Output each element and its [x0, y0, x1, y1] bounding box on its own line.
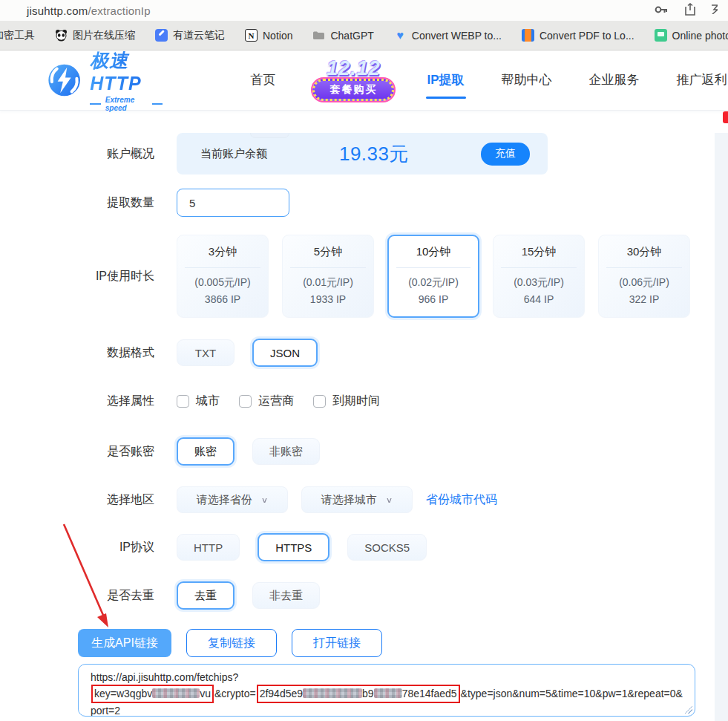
nav-help-center[interactable]: 帮助中心 [502, 71, 552, 88]
format-option-txt[interactable]: TXT [177, 339, 235, 366]
checkbox-icon [177, 395, 189, 408]
pdf-icon [522, 29, 534, 42]
lightning-logo-icon [47, 59, 81, 101]
bookmark-label: Convert WEBP to... [412, 30, 502, 42]
quantity-input[interactable] [177, 189, 289, 217]
main-nav: 首页 12.12 套餐购买 IP提取 帮助中心 企业服务 推广返利 [250, 59, 728, 101]
recharge-button[interactable]: 充值 [481, 143, 530, 166]
panda-icon [55, 29, 68, 42]
resize-handle-icon[interactable] [684, 705, 692, 714]
duration-label: IP使用时长 [56, 269, 154, 284]
format-option-json-selected[interactable]: JSON [252, 339, 318, 367]
key-icon[interactable] [655, 4, 669, 17]
bookmark-item[interactable]: Convert PDF to Lo... [522, 29, 634, 42]
chevron-down-icon: ∨ [261, 495, 269, 504]
duration-option-30min[interactable]: 30分钟 (0.06元/IP) 322 IP [598, 235, 690, 318]
nav-ip-extract[interactable]: IP提取 [427, 71, 464, 88]
bookmark-label: 有道云笔记 [173, 29, 225, 42]
bookmark-item[interactable]: Online photo meta... [655, 29, 728, 42]
notion-icon: N [245, 29, 258, 42]
copy-link-button[interactable]: 复制链接 [186, 629, 277, 657]
protocol-option-http[interactable]: HTTP [177, 534, 240, 561]
dedupe-label: 是否去重 [56, 588, 154, 604]
extraction-form: 账户概况 当前账户余额 19.33元 充值 提取数量 IP使用时长 3分钟 [0, 133, 728, 721]
protocol-option-socks5[interactable]: SOCKS5 [347, 534, 427, 561]
nav-red-badge [723, 111, 728, 123]
bookmark-label: Convert PDF to Lo... [540, 30, 634, 42]
url-host: jisuhttp.com [27, 4, 88, 17]
folder-icon [312, 29, 325, 42]
browser-url-bar[interactable]: jisuhttp.com/extractionIp [0, 0, 728, 21]
photo-icon [655, 29, 667, 42]
site-header: 极速HTTP Extreme speed 首页 12.12 套餐购买 IP提取 … [0, 50, 728, 111]
bookmark-label: Online photo meta... [672, 30, 728, 42]
account-label: 账户概况 [56, 146, 154, 162]
region-label: 选择地区 [56, 492, 154, 508]
pixelated-redaction [152, 688, 200, 698]
pixelated-redaction [303, 688, 362, 698]
protocol-option-https-selected[interactable]: HTTPS [258, 533, 329, 561]
heart-icon: ♥ [394, 29, 407, 42]
attribute-checkbox-expiry[interactable]: 到期时间 [313, 394, 380, 409]
generate-api-link-button[interactable]: 生成API链接 [78, 629, 171, 657]
share-icon[interactable] [685, 3, 695, 19]
promo-1212-text: 12.12 [312, 59, 394, 77]
nav-referral[interactable]: 推广返利 [677, 71, 727, 88]
logo-title: 极速HTTP [90, 48, 163, 94]
auth-option-no-credential[interactable]: 非账密 [252, 438, 320, 465]
dedupe-option-yes-selected[interactable]: 去重 [177, 581, 235, 610]
bookmark-label: Notion [263, 30, 292, 42]
city-select[interactable]: 请选择城市∨ [301, 486, 413, 513]
province-select[interactable]: 请选择省份∨ [177, 486, 288, 513]
province-city-code-link[interactable]: 省份城市代码 [426, 492, 497, 508]
attribute-checkbox-city[interactable]: 城市 [177, 394, 220, 409]
logo-subtitle: Extreme speed [105, 96, 148, 112]
api-url-line1: https://api.jisuhttp.com/fetchips? [91, 670, 683, 685]
bookmark-label: ChatGPT [330, 30, 373, 42]
url-path: /extractionIp [88, 4, 150, 17]
open-link-button[interactable]: 打开链接 [292, 629, 382, 657]
extension-icon-partial[interactable] [712, 4, 718, 17]
nav-home[interactable]: 首页 [250, 71, 275, 88]
duration-option-5min[interactable]: 5分钟 (0.01元/IP) 1933 IP [282, 235, 374, 318]
bookmark-item[interactable]: N Notion [245, 29, 292, 42]
redacted-key-box: key=w3qgbvvu [91, 685, 214, 702]
page: jisuhttp.com/extractionIp 加密工具 图片在线压缩 有道… [0, 0, 728, 721]
checkbox-icon [313, 395, 326, 408]
promo-pill-text: 套餐购买 [312, 79, 394, 101]
bookmark-item[interactable]: 有道云笔记 [155, 29, 225, 42]
bookmark-item[interactable]: ChatGPT [312, 29, 373, 42]
bookmark-label: 加密工具 [0, 29, 35, 42]
chevron-down-icon: ∨ [386, 495, 393, 504]
bookmark-item[interactable]: ♥ Convert WEBP to... [394, 29, 502, 42]
site-logo[interactable]: 极速HTTP Extreme speed [47, 48, 163, 112]
balance-value: 19.33元 [267, 141, 481, 167]
bookmark-label: 图片在线压缩 [73, 29, 135, 42]
duration-option-10min-selected[interactable]: 10分钟 (0.02元/IP) 966 IP [387, 235, 479, 318]
attributes-label: 选择属性 [56, 394, 154, 409]
account-panel: 当前账户余额 19.33元 充值 [177, 133, 548, 174]
cutoff-element [250, 133, 289, 138]
url-text[interactable]: jisuhttp.com/extractionIp [27, 4, 151, 17]
api-url-textarea[interactable]: https://api.jisuhttp.com/fetchips? key=w… [78, 664, 695, 717]
auth-label: 是否账密 [56, 444, 154, 460]
pixelated-redaction [374, 688, 402, 698]
bookmark-item[interactable]: 加密工具 [0, 29, 35, 42]
api-url-line2: key=w3qgbvvu&crypto=2f94d5e9b978e14faed5… [91, 685, 683, 702]
duration-option-3min[interactable]: 3分钟 (0.005元/IP) 3866 IP [177, 235, 269, 318]
auth-option-credential-selected[interactable]: 账密 [177, 437, 235, 466]
nav-enterprise[interactable]: 企业服务 [589, 71, 640, 88]
dedupe-option-no[interactable]: 非去重 [252, 582, 320, 609]
bookmark-item[interactable]: 图片在线压缩 [55, 29, 135, 42]
redacted-crypto-box: 2f94d5e9b978e14faed5 [257, 685, 460, 702]
promo-banner[interactable]: 12.12 套餐购买 [312, 59, 394, 101]
duration-option-15min[interactable]: 15分钟 (0.03元/IP) 644 IP [493, 235, 585, 318]
attribute-checkbox-isp[interactable]: 运营商 [239, 394, 294, 409]
format-label: 数据格式 [56, 345, 154, 361]
bookmarks-bar: 加密工具 图片在线压缩 有道云笔记 N Notion ChatGPT ♥ Con… [0, 21, 728, 50]
balance-label: 当前账户余额 [200, 147, 267, 161]
api-url-line3: port=2 [91, 703, 683, 717]
protocol-label: IP协议 [56, 540, 154, 555]
pen-icon [155, 29, 168, 42]
checkbox-icon [239, 395, 252, 408]
